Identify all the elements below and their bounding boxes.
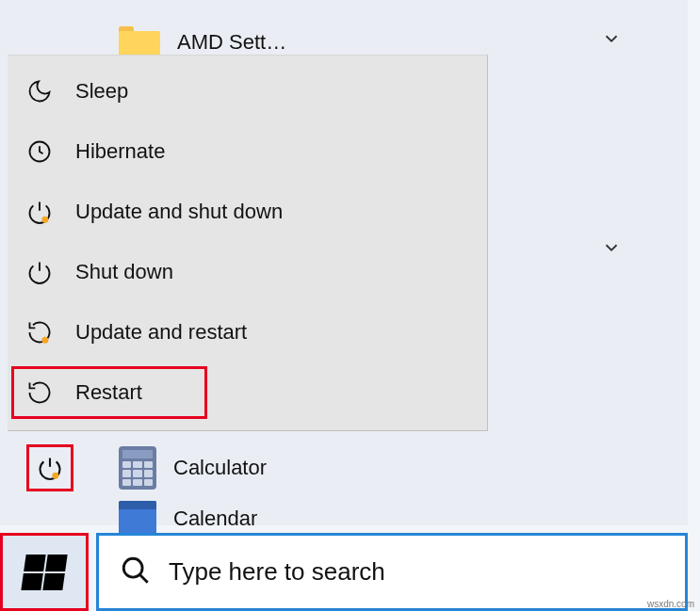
chevron-down-icon[interactable] — [601, 28, 622, 49]
power-item-label: Update and shut down — [75, 200, 283, 224]
start-app-folder[interactable]: AMD Sett… — [119, 26, 286, 58]
power-shutdown[interactable]: Shut down — [8, 242, 487, 302]
power-hibernate[interactable]: Hibernate — [8, 121, 487, 182]
taskbar: Type here to search — [0, 533, 688, 611]
folder-icon — [119, 26, 160, 58]
power-sleep[interactable]: Sleep — [8, 61, 487, 121]
power-item-label: Shut down — [75, 260, 173, 284]
power-update-restart[interactable]: Update and restart — [8, 302, 487, 362]
svg-line-5 — [139, 574, 148, 583]
restart-icon — [24, 378, 55, 408]
start-app-calculator[interactable]: Calculator — [119, 446, 267, 490]
start-app-folder-label: AMD Sett… — [177, 30, 286, 55]
start-app-calendar[interactable]: Calendar — [119, 501, 257, 537]
power-update-icon — [37, 455, 63, 481]
start-button[interactable] — [0, 533, 89, 611]
app-label: Calendar — [173, 506, 257, 531]
svg-point-4 — [123, 558, 142, 577]
power-item-label: Restart — [75, 380, 142, 405]
app-label: Calculator — [173, 456, 267, 480]
restart-update-icon — [24, 317, 55, 347]
search-placeholder: Type here to search — [169, 557, 385, 587]
watermark-text: wsxdn.com — [647, 599, 694, 609]
power-restart[interactable]: Restart — [8, 362, 487, 423]
windows-logo-icon — [21, 555, 67, 590]
search-box[interactable]: Type here to search — [96, 533, 688, 611]
power-update-icon — [24, 197, 55, 227]
start-menu-panel: AMD Sett… Sleep Hibernate Update and shu… — [0, 0, 688, 525]
search-icon — [120, 555, 152, 590]
calculator-icon — [119, 446, 156, 490]
calendar-icon — [119, 501, 156, 537]
power-item-label: Hibernate — [75, 139, 165, 164]
clock-icon — [24, 137, 55, 167]
moon-icon — [24, 76, 55, 106]
svg-point-3 — [52, 473, 58, 479]
start-power-button[interactable] — [26, 444, 73, 491]
power-item-label: Sleep — [75, 79, 128, 104]
power-options-menu: Sleep Hibernate Update and shut down Shu… — [8, 55, 488, 431]
svg-point-2 — [41, 337, 48, 344]
svg-point-1 — [41, 217, 48, 223]
chevron-down-icon[interactable] — [601, 237, 622, 258]
power-icon — [24, 257, 55, 287]
power-item-label: Update and restart — [75, 320, 247, 345]
power-update-shutdown[interactable]: Update and shut down — [8, 182, 487, 242]
